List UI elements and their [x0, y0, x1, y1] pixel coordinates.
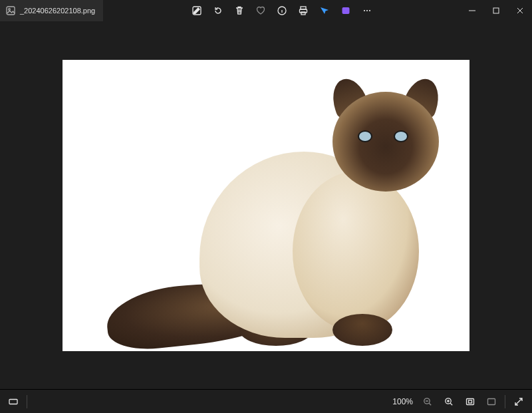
- divider: [505, 395, 505, 408]
- svg-rect-7: [342, 7, 350, 14]
- close-button[interactable]: [508, 0, 532, 21]
- rotate-button[interactable]: [208, 1, 228, 21]
- fit-to-window-button[interactable]: [460, 391, 481, 412]
- svg-point-8: [364, 10, 365, 11]
- favorite-button[interactable]: [251, 1, 271, 21]
- edit-button[interactable]: [187, 1, 207, 21]
- svg-rect-16: [469, 400, 472, 403]
- delete-button[interactable]: [229, 1, 249, 21]
- svg-point-9: [366, 10, 368, 11]
- print-button[interactable]: [293, 1, 313, 21]
- svg-point-1: [9, 9, 11, 11]
- clipchamp-button[interactable]: [336, 1, 356, 21]
- svg-rect-0: [7, 7, 15, 15]
- info-button[interactable]: [272, 1, 292, 21]
- svg-rect-17: [488, 398, 495, 404]
- zoom-out-button[interactable]: [417, 391, 438, 412]
- minimize-button[interactable]: [460, 0, 484, 21]
- svg-rect-6: [301, 12, 305, 15]
- statusbar: 100%: [0, 389, 532, 413]
- filmstrip-button[interactable]: [3, 391, 24, 412]
- maximize-button[interactable]: [484, 0, 508, 21]
- image-canvas[interactable]: [0, 21, 532, 389]
- cat-illustration: [93, 72, 439, 351]
- tab-filename: _20240626202108.png: [20, 7, 95, 15]
- photos-app-icon: [5, 5, 16, 16]
- divider: [27, 395, 27, 408]
- zoom-in-button[interactable]: [438, 391, 460, 412]
- svg-point-10: [369, 10, 370, 11]
- titlebar: _20240626202108.png: [0, 0, 532, 21]
- window-controls: [460, 0, 532, 21]
- file-tab[interactable]: _20240626202108.png: [0, 0, 104, 21]
- zoom-percent-label: 100%: [388, 397, 417, 406]
- displayed-image: [63, 60, 469, 351]
- fullscreen-button[interactable]: [508, 391, 529, 412]
- visual-search-button[interactable]: [315, 1, 334, 21]
- svg-rect-15: [467, 398, 474, 404]
- actual-size-button[interactable]: [481, 391, 502, 412]
- top-toolbar: [104, 0, 460, 21]
- svg-rect-12: [9, 399, 17, 404]
- more-button[interactable]: [357, 1, 377, 21]
- svg-rect-11: [493, 8, 499, 13]
